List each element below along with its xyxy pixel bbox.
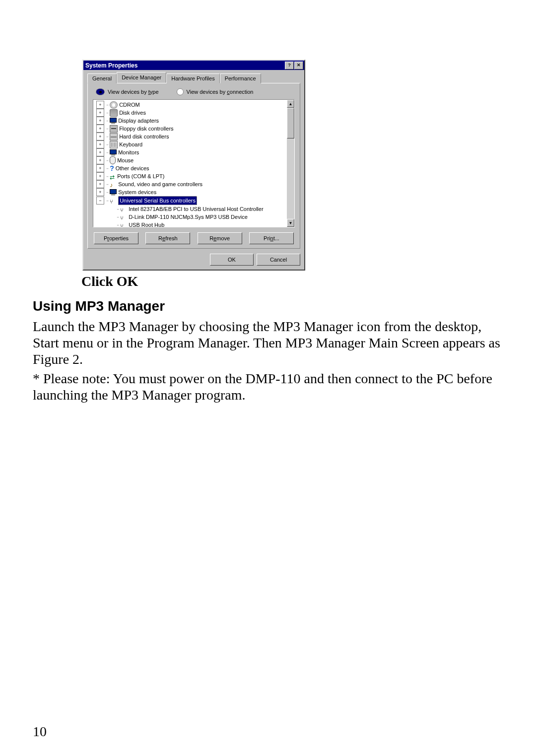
tree-node-label: Universal Serial Bus controllers xyxy=(118,196,197,205)
mouse-icon xyxy=(110,156,116,164)
tree-node-label: Display adapters xyxy=(118,117,159,125)
expand-icon[interactable]: + xyxy=(96,188,104,196)
tree-node[interactable]: −··⑂Universal Serial Bus controllers xyxy=(94,196,287,205)
view-mode-radios: View devices by type View devices by con… xyxy=(96,88,295,95)
window-title: System Properties xyxy=(85,62,137,69)
tab-hardware-profiles[interactable]: Hardware Profiles xyxy=(166,73,219,83)
mon-icon xyxy=(110,149,117,156)
tree-node-label: Mouse xyxy=(117,156,134,164)
q-icon: ? xyxy=(110,165,114,172)
usb-icon: ⑂ xyxy=(120,214,127,220)
paragraph-1: Launch the MP3 Manager by choosing the M… xyxy=(33,318,503,367)
expand-icon[interactable]: + xyxy=(96,140,104,148)
section-heading: Using MP3 Manager xyxy=(33,298,503,314)
radio-view-by-connection[interactable]: View devices by connection xyxy=(177,88,254,95)
tree-node-label: CDROM xyxy=(119,101,140,109)
tree-node-label: Other devices xyxy=(116,164,149,172)
tree-line-icon: ·· xyxy=(106,164,108,172)
tree-node-label: Monitors xyxy=(118,148,139,156)
radio-type-post: ype xyxy=(150,89,159,95)
expand-icon[interactable]: + xyxy=(96,109,104,117)
kbd-icon xyxy=(110,141,118,148)
device-tree-container: +··CDROM+··Disk drives+··Display adapter… xyxy=(93,99,295,227)
mon-icon xyxy=(110,118,117,124)
tree-line-icon: ·· xyxy=(106,156,108,164)
radio-type-pre: View devices by xyxy=(108,89,148,95)
tree-child-node[interactable]: ··⑂Intel 82371AB/EB PCI to USB Universal… xyxy=(94,205,287,213)
expand-icon[interactable]: + xyxy=(96,101,104,109)
tree-child-node[interactable]: ··⑂D-Link DMP-110 NtJCMp3.Sys MP3 USB De… xyxy=(94,213,287,221)
usb-icon: ⑂ xyxy=(120,206,127,212)
tree-line-icon: ·· xyxy=(106,172,108,180)
tree-line-icon: ·· xyxy=(106,109,108,117)
usb-icon: ⑂ xyxy=(120,222,127,227)
tree-node-label: USB Root Hub xyxy=(129,221,164,227)
port-icon: ⇄ xyxy=(110,173,116,180)
help-button[interactable]: ? xyxy=(285,62,294,69)
tree-node[interactable]: +··CDROM xyxy=(94,101,287,109)
expand-icon[interactable]: + xyxy=(96,125,104,133)
tree-line-icon: ·· xyxy=(106,148,108,156)
tree-node-label: D-Link DMP-110 NtJCMp3.Sys MP3 USB Devic… xyxy=(129,213,248,221)
hdc-icon xyxy=(110,133,118,140)
page-number: 10 xyxy=(33,724,47,740)
radio-dot-selected-icon xyxy=(96,88,105,95)
disk-icon xyxy=(110,109,118,117)
tree-node[interactable]: +··Hard disk controllers xyxy=(94,133,287,140)
tabs: General Device Manager Hardware Profiles… xyxy=(87,73,300,83)
refresh-button[interactable]: Refresh xyxy=(145,232,190,244)
expand-icon[interactable]: + xyxy=(96,172,104,180)
tree-line-icon: ·· xyxy=(106,188,108,196)
expand-icon[interactable]: + xyxy=(96,148,104,156)
tree-node-label: Intel 82371AB/EB PCI to USB Universal Ho… xyxy=(129,205,263,213)
print-button[interactable]: Print... xyxy=(249,232,294,244)
tree-node[interactable]: +··♪Sound, video and game controllers xyxy=(94,180,287,188)
radio-conn-pre: View devices by xyxy=(187,89,227,95)
device-tree[interactable]: +··CDROM+··Disk drives+··Display adapter… xyxy=(93,100,287,227)
tree-node-label: Disk drives xyxy=(119,109,146,117)
tree-node-label: Keyboard xyxy=(119,140,142,148)
radio-view-by-type[interactable]: View devices by type xyxy=(96,88,159,95)
expand-icon[interactable]: + xyxy=(96,156,104,164)
titlebar[interactable]: System Properties ? ✕ xyxy=(83,61,304,70)
expand-icon[interactable]: + xyxy=(96,117,104,125)
cd-icon xyxy=(110,101,118,109)
ok-button[interactable]: OK xyxy=(210,254,254,266)
tree-line-icon: ·· xyxy=(106,117,108,125)
tree-node-label: Hard disk controllers xyxy=(119,133,169,140)
usb-icon: ⑂ xyxy=(110,198,117,204)
system-properties-dialog: System Properties ? ✕ General Device Man… xyxy=(82,60,305,271)
scroll-up-icon[interactable]: ▲ xyxy=(287,100,294,108)
close-button[interactable]: ✕ xyxy=(294,62,303,69)
properties-button[interactable]: Properties xyxy=(94,232,138,244)
tree-node[interactable]: +··Floppy disk controllers xyxy=(94,125,287,133)
expand-icon[interactable]: + xyxy=(96,133,104,140)
expand-icon[interactable]: + xyxy=(96,164,104,172)
tree-line-icon: ·· xyxy=(106,197,108,205)
radio-dot-icon xyxy=(177,88,184,95)
tree-node[interactable]: +··Keyboard xyxy=(94,140,287,148)
tab-performance[interactable]: Performance xyxy=(220,73,261,83)
scroll-thumb[interactable] xyxy=(287,108,294,138)
remove-button[interactable]: Remove xyxy=(198,232,242,244)
tree-node[interactable]: +··Monitors xyxy=(94,148,287,156)
tree-child-node[interactable]: ··⑂USB Root Hub xyxy=(94,221,287,227)
scroll-down-icon[interactable]: ▼ xyxy=(287,219,294,227)
tree-node[interactable]: +··Display adapters xyxy=(94,117,287,125)
scrollbar-vertical[interactable]: ▲ ▼ xyxy=(287,100,294,227)
collapse-icon[interactable]: − xyxy=(96,197,104,205)
tree-node[interactable]: +··⇄Ports (COM & LPT) xyxy=(94,172,287,180)
scroll-track[interactable] xyxy=(287,108,294,219)
tree-node[interactable]: +··Disk drives xyxy=(94,109,287,117)
fdc-icon xyxy=(110,125,118,133)
tree-node[interactable]: +··Mouse xyxy=(94,156,287,164)
tab-device-manager[interactable]: Device Manager xyxy=(117,72,166,83)
tree-node[interactable]: +··System devices xyxy=(94,188,287,196)
snd-icon: ♪ xyxy=(110,181,117,188)
tree-line-icon: ·· xyxy=(117,205,119,213)
tab-general[interactable]: General xyxy=(87,73,117,83)
cancel-button[interactable]: Cancel xyxy=(257,254,300,266)
tree-line-icon: ·· xyxy=(117,213,119,221)
tree-node[interactable]: +··?Other devices xyxy=(94,164,287,172)
expand-icon[interactable]: + xyxy=(96,180,104,188)
